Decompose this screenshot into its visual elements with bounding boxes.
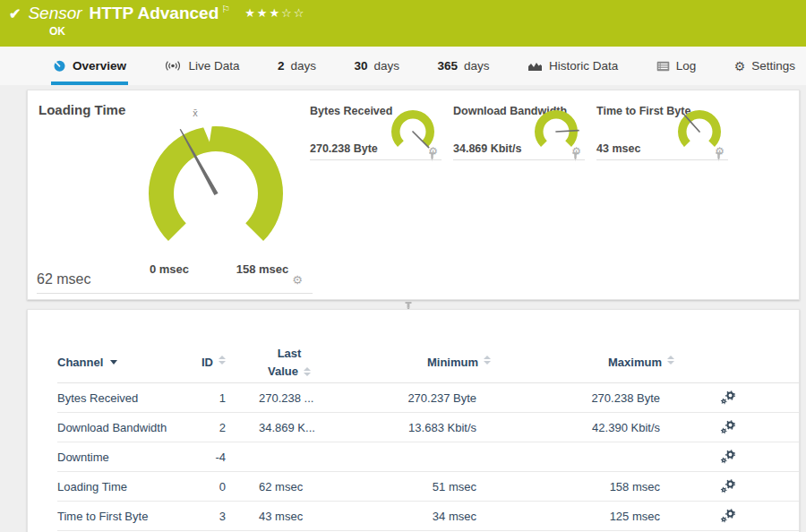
edit-channel-gears-icon[interactable] [720, 390, 736, 405]
channel-maximum: 270.238 Byte [491, 391, 674, 405]
gear-icon: ⚙ [734, 60, 746, 73]
gauge-title: Time to First Byte [596, 105, 690, 117]
status-badge: OK [49, 25, 65, 38]
tab-label: Settings [751, 59, 795, 73]
table-row[interactable]: Time to First Byte 3 43 msec 34 msec 125… [57, 502, 799, 531]
gauge-current-value: 34.869 Kbit/s [453, 142, 521, 155]
channels-table: Channel ID Last Value Minimum Maximum [28, 342, 799, 531]
tab-label: days [290, 59, 316, 73]
channel-last-value: 43 msec [240, 510, 374, 523]
channel-name: Downtime [57, 450, 201, 464]
tab-label: Log [676, 59, 697, 73]
gauge-needle [178, 128, 218, 195]
tab-label: Live Data [188, 59, 239, 73]
channel-minimum: 51 msec [374, 480, 491, 493]
table-row[interactable]: Downtime -4 [57, 442, 799, 472]
channel-minimum: 13.683 Kbit/s [374, 421, 491, 434]
gauge-settings-gear-icon[interactable]: ⚙ [715, 146, 725, 157]
gauge-needle [556, 131, 579, 132]
tab-bar: Overview Live Data 2 days 30 days 365 da… [0, 47, 806, 85]
tab-number: 2 [278, 59, 285, 73]
channel-last-value: 34.869 K... [240, 421, 374, 434]
average-marker-notch [202, 123, 215, 142]
channel-id: 0 [201, 480, 240, 493]
edit-channel-gears-icon[interactable] [720, 479, 736, 493]
tab-365-days[interactable]: 365 days [435, 47, 491, 85]
channel-id: 3 [201, 510, 240, 523]
loading-time-gauge: Loading Time x̄ 0 msec 158 msec 62 msec … [28, 90, 314, 301]
sort-icon [484, 356, 491, 369]
column-header-maximum[interactable]: Maximum [491, 356, 674, 369]
gauge-settings-gear-icon[interactable]: ⚙ [428, 146, 438, 157]
tab-label: days [373, 59, 399, 73]
tab-settings[interactable]: ⚙ Settings [733, 47, 797, 85]
time-to-first-byte-gauge: Time to First Byte 43 msec ⚙ [596, 103, 728, 162]
column-header-channel[interactable]: Channel [57, 356, 201, 369]
priority-stars[interactable]: ★★★☆☆ [244, 6, 305, 20]
sort-icon [219, 356, 226, 369]
channel-maximum: 125 msec [491, 510, 674, 523]
tab-label: Historic Data [549, 59, 618, 73]
channel-id: -4 [201, 450, 240, 464]
bytes-received-gauge: Bytes Received 270.238 Byte ⚙ [310, 103, 442, 162]
channel-id: 2 [201, 421, 240, 434]
average-marker-label: x̄ [185, 107, 205, 118]
object-kind-label: Sensor [28, 4, 81, 23]
gauge-settings-gear-icon[interactable]: ⚙ [571, 146, 581, 157]
tab-overview[interactable]: Overview [51, 47, 128, 85]
channel-name: Time to First Byte [57, 510, 201, 523]
table-row[interactable]: Loading Time 0 62 msec 51 msec 158 msec [57, 472, 799, 502]
edit-channel-gears-icon[interactable] [720, 450, 736, 464]
gauge-scale-max: 158 msec [227, 262, 298, 276]
channel-name: Bytes Received [57, 391, 201, 405]
channel-maximum: 158 msec [491, 480, 674, 493]
tab-number: 30 [354, 59, 367, 73]
column-header-minimum[interactable]: Minimum [374, 356, 491, 369]
tab-number: 365 [437, 59, 458, 73]
gauge-current-value: 62 msec [37, 271, 90, 287]
tab-label: days [464, 59, 490, 73]
gauge-title: Loading Time [39, 102, 125, 117]
gauge-needle [413, 132, 429, 148]
gauge-icon [53, 59, 66, 73]
channel-name: Download Bandwidth [57, 421, 201, 434]
small-gauges-row: Bytes Received 270.238 Byte ⚙ D [310, 103, 728, 162]
channels-panel: Channel ID Last Value Minimum Maximum [27, 309, 800, 532]
status-check-icon: ✔ [9, 5, 21, 22]
gauge-scale-min: 0 msec [140, 262, 199, 276]
area-chart-icon [527, 60, 543, 72]
channel-maximum: 42.390 Kbit/s [491, 421, 674, 434]
gauge-settings-gear-icon[interactable]: ⚙ [292, 274, 303, 286]
channel-name: Loading Time [57, 480, 201, 493]
tab-30-days[interactable]: 30 days [352, 47, 401, 85]
gauge-title: Download Bandwidth [453, 105, 567, 117]
table-header-row: Channel ID Last Value Minimum Maximum [57, 342, 799, 383]
tab-historic-data[interactable]: Historic Data [526, 47, 620, 85]
column-header-id[interactable]: ID [201, 356, 240, 369]
flag-icon[interactable]: ⚐ [221, 4, 230, 15]
channel-last-value: 62 msec [240, 480, 374, 493]
sort-caret-icon [110, 360, 117, 365]
page-title: HTTP Advanced [90, 4, 219, 23]
gauge-needle [684, 115, 699, 132]
sort-icon [667, 356, 674, 369]
channel-id: 1 [201, 391, 240, 405]
column-header-last-value[interactable]: Last Value [240, 345, 374, 380]
tab-2-days[interactable]: 2 days [276, 47, 318, 85]
gauge-current-value: 270.238 Byte [310, 142, 378, 155]
table-row[interactable]: Download Bandwidth 2 34.869 K... 13.683 … [57, 413, 799, 442]
prtg-sensor-page: ✔ Sensor HTTP Advanced ⚐ ★★★☆☆ OK Overvi… [0, 0, 806, 532]
edit-channel-gears-icon[interactable] [720, 420, 736, 434]
tab-label: Overview [73, 59, 126, 73]
tab-live-data[interactable]: Live Data [162, 47, 241, 85]
tab-log[interactable]: Log [655, 47, 699, 85]
log-list-icon [656, 61, 670, 72]
edit-channel-gears-icon[interactable] [720, 509, 736, 523]
sensor-header: ✔ Sensor HTTP Advanced ⚐ ★★★☆☆ OK [0, 0, 806, 47]
divider [310, 159, 442, 160]
sort-icon [304, 367, 311, 376]
table-row[interactable]: Bytes Received 1 270.238 ... 270.237 Byt… [57, 383, 799, 413]
divider [596, 159, 728, 160]
gauges-panel: Loading Time x̄ 0 msec 158 msec 62 msec … [27, 90, 800, 300]
divider [453, 159, 585, 160]
